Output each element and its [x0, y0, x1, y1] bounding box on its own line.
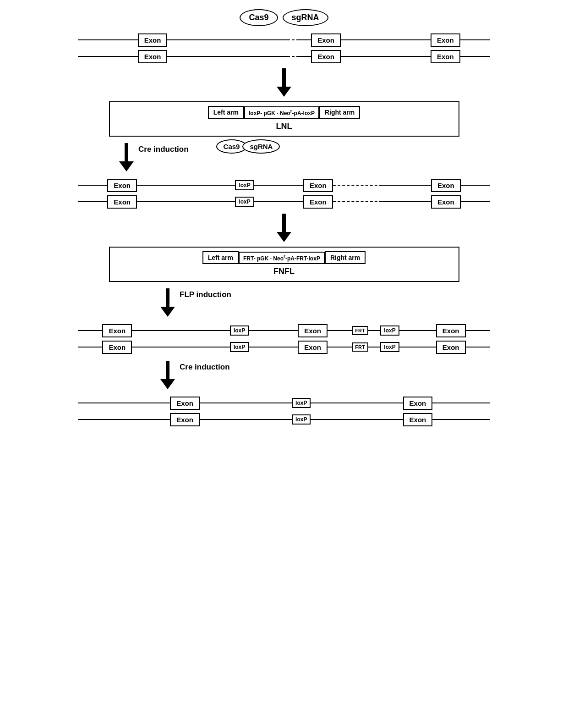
line-seg	[78, 56, 138, 57]
cre-induction2-row: Cre induction	[160, 361, 408, 389]
gene-line-1-top: Exon Exon Exon	[78, 33, 490, 47]
exon-box: Exon	[431, 33, 460, 47]
lnl-cassette: loxP- pGK · Neor-pA-loxP	[244, 106, 319, 119]
right-arm-label: Right arm	[319, 106, 360, 119]
arrow-head	[277, 232, 291, 242]
flp-line-top: Exon loxP Exon FRT loxP Exon	[78, 323, 490, 338]
right-arm-fnfl: Right arm	[325, 251, 366, 264]
line-seg	[78, 419, 170, 420]
exon-box: Exon	[403, 397, 433, 410]
line-seg	[299, 39, 311, 40]
flp-line-bot: Exon loxP Exon FRT loxP Exon	[78, 340, 490, 354]
exon-box: Exon	[431, 50, 460, 63]
frt-box: FRT	[352, 326, 368, 335]
cre-induction2-label: Cre induction	[180, 363, 230, 372]
line-seg	[137, 185, 235, 186]
flp-induction-label: FLP induction	[180, 290, 231, 299]
cas9-sgrna-mid: Cas9 sgRNA	[216, 139, 280, 154]
arrow-shaft	[166, 361, 169, 379]
line-seg	[254, 201, 303, 202]
arrow-shaft	[125, 143, 128, 161]
arrow-head	[277, 87, 291, 97]
line-seg	[460, 56, 490, 57]
sgrna-oval-mid: sgRNA	[242, 139, 280, 154]
exon-box: Exon	[311, 33, 341, 47]
line-seg	[287, 56, 299, 57]
cre-gene: Exon loxP Exon Exon Exon loxP Exon Exon	[78, 178, 490, 209]
line-seg	[78, 201, 107, 202]
left-arm-label: Left arm	[208, 106, 244, 119]
loxp-box: loxP	[230, 342, 249, 352]
arrow-shaft	[166, 288, 169, 307]
line-seg	[78, 403, 170, 403]
fnfl-cassette: FRT- pGK · Neor-pA-FRT-loxP	[239, 252, 325, 264]
exon-box: Exon	[170, 397, 200, 410]
wildtype-gene: Exon Exon Exon Exon Exon Exon	[78, 33, 490, 64]
exon-box: Exon	[403, 413, 433, 426]
line-seg	[341, 56, 431, 57]
exon-box: Exon	[102, 324, 132, 337]
line-seg	[287, 39, 299, 40]
line-seg	[132, 330, 230, 331]
fnfl-label: FNFL	[273, 267, 295, 276]
lnl-construct: Left arm loxP- pGK · Neor-pA-loxP Right …	[109, 101, 459, 137]
loxp-box: loxP	[380, 342, 399, 352]
exon-box: Exon	[303, 179, 333, 192]
arrow-4-part	[160, 288, 175, 317]
line-seg	[461, 185, 490, 186]
line-seg	[78, 347, 102, 347]
exon-box: Exon	[298, 341, 328, 354]
exon-box: Exon	[436, 324, 466, 337]
arrow-shaft	[282, 214, 286, 232]
line-seg	[466, 347, 490, 347]
flp-induction-row: FLP induction	[160, 288, 408, 317]
arrow-head	[119, 161, 134, 171]
fnfl-construct: Left arm FRT- pGK · Neor-pA-FRT-loxP Rig…	[109, 247, 459, 282]
lnl-label: LNL	[276, 121, 292, 131]
exon-box: Exon	[431, 195, 461, 209]
line-seg	[78, 39, 138, 40]
exon-box: Exon	[298, 324, 328, 337]
loxp-box: loxP	[230, 325, 249, 336]
final-line-top: Exon loxP Exon	[78, 396, 490, 410]
line-seg	[311, 403, 403, 403]
gene-line-1-bot: Exon Exon Exon	[78, 49, 490, 64]
exon-box: Exon	[107, 195, 137, 209]
line-seg	[368, 347, 381, 347]
frt-box: FRT	[352, 342, 368, 352]
exon-box: Exon	[170, 413, 200, 426]
line-seg	[254, 185, 303, 186]
exon-box: Exon	[436, 341, 466, 354]
line-seg	[432, 403, 490, 403]
cre-line-bot: Exon loxP Exon Exon	[78, 194, 490, 209]
line-seg	[200, 419, 292, 420]
fnfl-inner: Left arm FRT- pGK · Neor-pA-FRT-loxP Rig…	[116, 251, 452, 264]
loxp-box: loxP	[235, 197, 254, 207]
exon-box: Exon	[138, 33, 168, 47]
arrow-2-part	[119, 143, 134, 171]
line-seg	[328, 347, 352, 347]
loxp-box: loxP	[292, 414, 311, 425]
line-seg	[382, 185, 431, 186]
line-seg	[466, 330, 490, 331]
line-seg	[137, 201, 235, 202]
cre-induction-label: Cre induction	[138, 145, 189, 154]
exon-box: Exon	[102, 341, 132, 354]
exon-box: Exon	[311, 50, 341, 63]
arrow-head	[160, 379, 175, 389]
line-seg	[78, 185, 107, 186]
line-seg	[299, 56, 311, 57]
exon-box: Exon	[138, 50, 168, 63]
line-seg	[132, 347, 230, 347]
final-line-bot: Exon loxP Exon	[78, 412, 490, 427]
exon-box: Exon	[431, 179, 461, 192]
left-arm-fnfl: Left arm	[202, 251, 239, 264]
line-seg	[382, 201, 431, 202]
loxp-box: loxP	[380, 325, 399, 336]
line-seg	[167, 39, 287, 40]
arrow-head	[160, 307, 175, 317]
arrow-5-part	[160, 361, 175, 389]
line-seg	[399, 330, 436, 331]
arrow-3	[277, 214, 291, 242]
line-seg	[368, 330, 381, 331]
